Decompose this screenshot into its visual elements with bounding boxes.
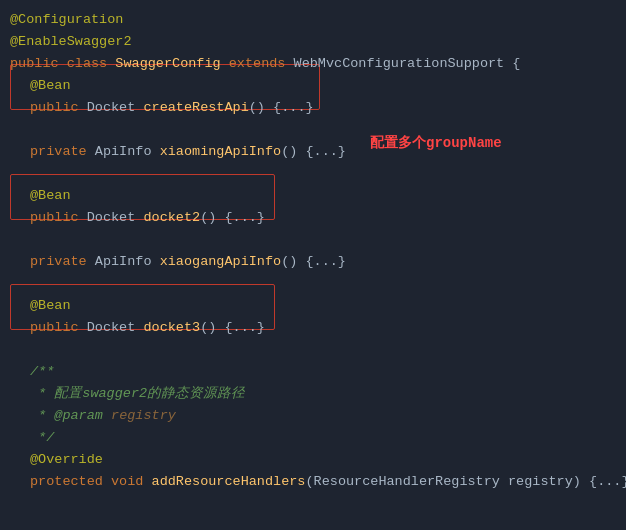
annotation-enableswagger: @EnableSwagger2 (10, 34, 132, 49)
code-line-18: * 配置swagger2的静态资源路径 (0, 382, 626, 404)
braces-22: {...} (589, 474, 626, 489)
code-line-20: */ (0, 426, 626, 448)
code-view: 配置多个groupName @Configuration @EnableSwag… (0, 0, 626, 530)
type-docket-1: Docket (87, 100, 144, 115)
code-line-21: @Override (0, 448, 626, 470)
code-line-16 (0, 338, 626, 360)
method-xiaomingapiinfo: xiaomingApiInfo (160, 144, 282, 159)
kw-class: class (67, 56, 116, 71)
kw-public-3: public (10, 56, 67, 71)
braces-1: {...} (273, 100, 314, 115)
method-createrestapi: createRestApi (143, 100, 248, 115)
paren-22-open: ( (305, 474, 313, 489)
annotation-bean-1: @Bean (30, 78, 71, 93)
kw-protected-22: protected (30, 474, 111, 489)
method-docket3: docket3 (143, 320, 200, 335)
code-line-8 (0, 162, 626, 184)
kw-void-22: void (111, 474, 152, 489)
type-apiinfo-1: ApiInfo (95, 144, 160, 159)
code-line-1: @Configuration (0, 8, 626, 30)
annotation-bean-3: @Bean (30, 298, 71, 313)
code-line-7: private ApiInfo xiaomingApiInfo() {...} (0, 140, 626, 162)
comment-param: * (30, 408, 54, 423)
param-registry-22: registry (508, 474, 573, 489)
code-line-11 (0, 228, 626, 250)
comment-open: /** (30, 364, 54, 379)
method-docket2: docket2 (143, 210, 200, 225)
paren-10: () (200, 210, 224, 225)
code-line-6 (0, 118, 626, 140)
kw-extends: extends (229, 56, 294, 71)
braces-12: {...} (305, 254, 346, 269)
braces-15: {...} (224, 320, 265, 335)
paren-22-close: ) (573, 474, 589, 489)
comment-body: * 配置swagger2的静态资源路径 (30, 384, 245, 402)
type-docket-3: Docket (87, 320, 144, 335)
comment-param-tag: @param (54, 408, 111, 423)
code-line-19: * @param registry (0, 404, 626, 426)
type-resourcehandlerregistry: ResourceHandlerRegistry (314, 474, 508, 489)
code-line-22: protected void addResourceHandlers(Resou… (0, 470, 626, 492)
paren-7: () (281, 144, 305, 159)
code-line-14: @Bean (0, 294, 626, 316)
code-line-9: @Bean (0, 184, 626, 206)
kw-public-15: public (30, 320, 87, 335)
code-line-15: public Docket docket3() {...} (0, 316, 626, 338)
kw-public-5: public (30, 100, 87, 115)
brace-open-3: { (512, 56, 520, 71)
code-line-2: @EnableSwagger2 (0, 30, 626, 52)
kw-private-12: private (30, 254, 95, 269)
type-docket-2: Docket (87, 210, 144, 225)
paren-15: () (200, 320, 224, 335)
braces-7: {...} (305, 144, 346, 159)
comment-close: */ (30, 430, 54, 445)
code-line-17: /** (0, 360, 626, 382)
code-line-5: public Docket createRestApi() {...} (0, 96, 626, 118)
code-line-4: @Bean (0, 74, 626, 96)
param-registry: registry (111, 408, 176, 423)
kw-private-7: private (30, 144, 95, 159)
paren-12: () (281, 254, 305, 269)
code-line-12: private ApiInfo xiaogangApiInfo() {...} (0, 250, 626, 272)
class-swaggerconfig: SwaggerConfig (115, 56, 228, 71)
annotation-bean-2: @Bean (30, 188, 71, 203)
paren-1: () (249, 100, 273, 115)
annotation-configuration: @Configuration (10, 12, 123, 27)
code-line-3: public class SwaggerConfig extends WebMv… (0, 52, 626, 74)
type-webmvc: WebMvcConfigurationSupport (294, 56, 513, 71)
method-addresourcehandlers: addResourceHandlers (152, 474, 306, 489)
kw-public-10: public (30, 210, 87, 225)
type-apiinfo-2: ApiInfo (95, 254, 160, 269)
code-line-10: public Docket docket2() {...} (0, 206, 626, 228)
code-line-13 (0, 272, 626, 294)
annotation-override: @Override (30, 452, 103, 467)
braces-10: {...} (224, 210, 265, 225)
method-xiaogangapiinfo: xiaogangApiInfo (160, 254, 282, 269)
